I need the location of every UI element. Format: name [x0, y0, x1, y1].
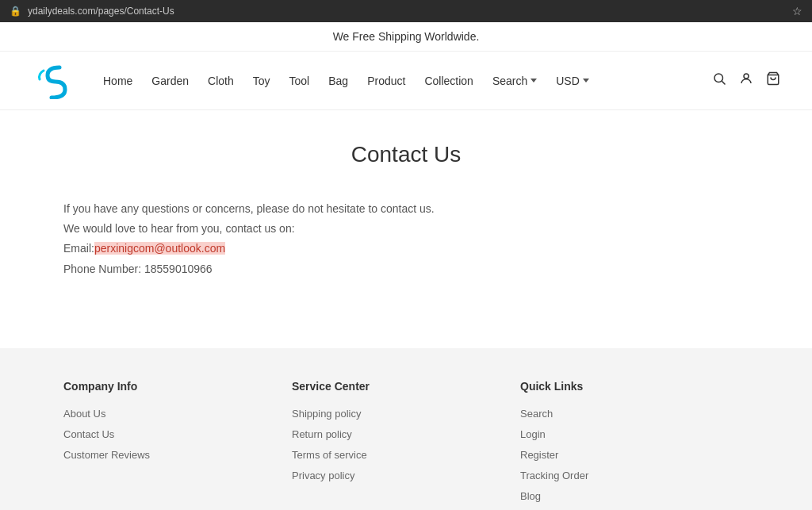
footer-col-company-links: About Us Contact Us Customer Reviews: [63, 407, 292, 461]
footer-link-about[interactable]: About Us: [63, 408, 105, 420]
footer-col-quicklinks-title: Quick Links: [520, 380, 749, 393]
footer-col-service-title: Service Center: [292, 380, 520, 393]
footer-link-blog[interactable]: Blog: [520, 490, 541, 502]
search-dropdown-arrow: [530, 79, 537, 82]
main-nav: Home Garden Cloth Toy Tool Bag Product C…: [103, 75, 699, 87]
footer-link-register[interactable]: Register: [520, 449, 558, 461]
contact-info: If you have any questions or concerns, p…: [63, 199, 749, 279]
nav-collection[interactable]: Collection: [424, 75, 473, 87]
phone-number: 18559010966: [144, 263, 213, 275]
currency-label: USD: [556, 75, 580, 87]
logo[interactable]: [32, 59, 71, 102]
svg-line-1: [722, 81, 725, 84]
nav-garden[interactable]: Garden: [151, 75, 189, 87]
browser-favicon: 🔒: [10, 6, 21, 17]
main-content: Contact Us If you have any questions or …: [0, 110, 812, 348]
footer-col-quicklinks-links: Search Login Register Tracking Order Blo…: [520, 407, 749, 502]
page-title: Contact Us: [63, 142, 749, 167]
footer-col-company-title: Company Info: [63, 380, 292, 393]
search-dropdown[interactable]: Search: [492, 75, 537, 87]
footer-link-search[interactable]: Search: [520, 408, 553, 420]
currency-arrow: [583, 79, 589, 82]
footer-columns: Company Info About Us Contact Us Custome…: [63, 380, 749, 510]
nav-bag[interactable]: Bag: [328, 75, 348, 87]
email-label: Email:: [63, 242, 94, 255]
site-footer: Company Info About Us Contact Us Custome…: [0, 348, 812, 510]
contact-intro-2: We would love to hear from you, contact …: [63, 219, 749, 239]
contact-email-line: Email:perxinigcom@outlook.com: [63, 239, 749, 259]
footer-link-return[interactable]: Return policy: [292, 428, 352, 440]
bookmark-icon[interactable]: ☆: [792, 5, 802, 17]
footer-link-login[interactable]: Login: [520, 428, 546, 440]
contact-intro-1: If you have any questions or concerns, p…: [63, 199, 749, 219]
footer-link-terms[interactable]: Terms of service: [292, 449, 367, 461]
nav-home[interactable]: Home: [103, 75, 132, 87]
search-icon[interactable]: [712, 71, 726, 90]
footer-col-service: Service Center Shipping policy Return po…: [292, 380, 520, 510]
browser-url: ydailydeals.com/pages/Contact-Us: [28, 6, 174, 17]
footer-col-service-links: Shipping policy Return policy Terms of s…: [292, 407, 520, 481]
cart-icon[interactable]: [766, 71, 780, 90]
nav-product[interactable]: Product: [367, 75, 405, 87]
announcement-bar: We Free Shipping Worldwide.: [0, 22, 812, 52]
footer-link-privacy[interactable]: Privacy policy: [292, 470, 354, 481]
currency-selector[interactable]: USD: [556, 75, 589, 87]
header-icons: [712, 71, 780, 90]
footer-link-shipping[interactable]: Shipping policy: [292, 408, 361, 420]
footer-link-tracking[interactable]: Tracking Order: [520, 470, 588, 481]
footer-col-quicklinks: Quick Links Search Login Register Tracki…: [520, 380, 749, 510]
nav-tool[interactable]: Tool: [289, 75, 310, 87]
svg-point-2: [744, 74, 749, 79]
browser-bar: 🔒 ydailydeals.com/pages/Contact-Us ☆: [0, 0, 812, 22]
search-dropdown-label: Search: [492, 75, 527, 87]
footer-col-company: Company Info About Us Contact Us Custome…: [63, 380, 292, 510]
svg-point-0: [714, 74, 723, 82]
phone-label: Phone Number:: [63, 263, 141, 275]
nav-toy[interactable]: Toy: [253, 75, 270, 87]
account-icon[interactable]: [739, 71, 753, 90]
email-link[interactable]: perxinigcom@outlook.com: [94, 242, 225, 255]
announcement-text: We Free Shipping Worldwide.: [333, 30, 480, 43]
footer-link-contact[interactable]: Contact Us: [63, 428, 114, 440]
site-header: Home Garden Cloth Toy Tool Bag Product C…: [0, 52, 812, 110]
footer-link-reviews[interactable]: Customer Reviews: [63, 449, 150, 461]
contact-phone-line: Phone Number: 18559010966: [63, 259, 749, 279]
nav-cloth[interactable]: Cloth: [208, 75, 234, 87]
